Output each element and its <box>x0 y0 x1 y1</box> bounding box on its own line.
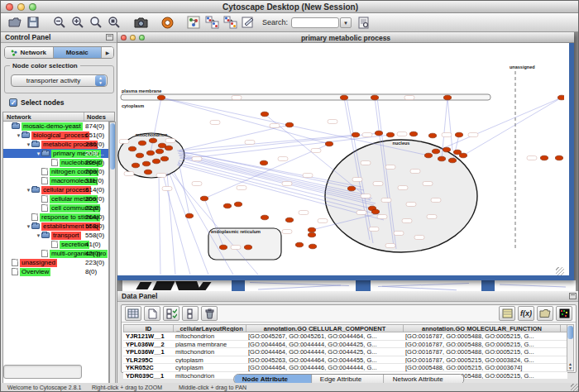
tree-expander-icon[interactable]: ▼ <box>36 233 41 238</box>
graph-node[interactable] <box>160 156 168 161</box>
tree-item-label[interactable]: mosaic-demo-yeast <box>22 122 83 131</box>
graph-node[interactable] <box>371 209 379 214</box>
graph-node[interactable] <box>295 242 303 247</box>
graph-node[interactable] <box>557 95 564 100</box>
network-view-titlebar[interactable]: primary metabolic process <box>117 32 574 43</box>
new-attribute-button[interactable] <box>144 306 160 321</box>
graph-node[interactable] <box>455 132 462 137</box>
column-header[interactable]: ID <box>124 325 174 332</box>
graph-node[interactable] <box>234 202 242 207</box>
graph-node[interactable] <box>200 196 208 201</box>
graph-node[interactable] <box>244 245 251 250</box>
select-nodes-checkbox[interactable]: ✓ <box>9 98 17 107</box>
graph-node[interactable] <box>371 95 378 100</box>
graph-node[interactable] <box>409 131 417 136</box>
graph-node[interactable] <box>428 133 436 138</box>
graph-node[interactable] <box>136 153 143 158</box>
tree-item-label[interactable]: transport <box>51 232 81 240</box>
tab-mosaic[interactable]: Mosaic <box>54 47 103 58</box>
graph-node[interactable] <box>261 112 268 117</box>
graph-node[interactable] <box>157 95 165 100</box>
float-data-panel-icon[interactable] <box>569 293 577 299</box>
graph-node[interactable] <box>386 132 394 137</box>
graph-node[interactable] <box>285 122 293 127</box>
graph-node[interactable] <box>152 159 160 164</box>
zoom-selected-button[interactable] <box>105 14 123 31</box>
matrix-export-button[interactable] <box>499 306 515 321</box>
table-scrollbar[interactable]: ▲▼ <box>567 324 574 371</box>
graph-node[interactable] <box>260 160 267 165</box>
tree-row[interactable]: ▼primary metabo209(... <box>3 149 108 158</box>
title-bar[interactable]: Cytoscape Desktop (New Session) <box>1 1 579 13</box>
tree-row[interactable]: response to stimulu264(0) <box>3 213 108 222</box>
graph-node[interactable] <box>128 146 136 151</box>
tree-scrollbar[interactable] <box>109 122 116 392</box>
graph-node[interactable] <box>347 186 355 191</box>
network-view-button[interactable] <box>184 14 203 31</box>
zoom-out-button[interactable] <box>50 14 69 31</box>
column-header[interactable]: annotation.GO MOLECULAR_FUNCTION <box>404 325 561 332</box>
help-button[interactable] <box>158 14 176 31</box>
table-row[interactable]: YJR121W__1mitochondrion[GO:0045267, GO:0… <box>123 332 567 341</box>
delete-attribute-button[interactable] <box>201 306 218 321</box>
select-attributes-button[interactable] <box>125 306 141 321</box>
background-window-border[interactable] <box>232 280 245 291</box>
heatmap-button[interactable] <box>556 306 572 321</box>
graph-node[interactable] <box>424 153 432 158</box>
graph-node[interactable] <box>158 143 165 148</box>
tree-row[interactable]: ▼cellular process614(0) <box>3 185 108 194</box>
unselect-all-attributes-button[interactable] <box>182 306 199 321</box>
background-window-fragment[interactable] <box>175 281 200 290</box>
graph-edge[interactable] <box>159 175 160 275</box>
graph-node[interactable] <box>185 213 193 218</box>
tree-row[interactable]: ▼transport558(0) <box>3 231 108 240</box>
zoom-fit-button[interactable] <box>87 14 105 31</box>
tree-expander-icon[interactable]: ▼ <box>26 188 31 193</box>
tree-row[interactable]: ▼metabolic process280(0) <box>3 140 108 149</box>
graph-node[interactable] <box>285 218 293 222</box>
tree-expander-icon[interactable]: ▼ <box>16 133 22 138</box>
tree-row[interactable]: nucleobase-c209(0) <box>3 158 108 167</box>
search-input[interactable] <box>291 17 339 28</box>
tree-row[interactable]: macromolecule311(0) <box>3 176 108 185</box>
tree-item-label[interactable]: biological_process <box>31 131 89 140</box>
graph-node[interactable] <box>149 138 156 143</box>
graph-node[interactable] <box>223 203 231 208</box>
network-view-window[interactable]: primary metabolic process plasma membran… <box>117 32 574 280</box>
graph-node[interactable] <box>309 244 316 249</box>
tree-row[interactable]: multi-organism pro42(0) <box>3 249 108 258</box>
search-config-button[interactable] <box>355 14 373 31</box>
graph-edge[interactable] <box>447 98 452 151</box>
graph-node[interactable] <box>138 141 146 146</box>
graph-node[interactable] <box>459 153 467 158</box>
graph-node[interactable] <box>432 149 439 154</box>
import-attributes-button[interactable] <box>221 14 239 31</box>
tree-item-label[interactable]: Overview <box>20 268 50 276</box>
graph-node[interactable] <box>219 245 227 250</box>
table-row[interactable]: YKR052Ccytoplasm[GO:0044464, GO:0044446,… <box>123 364 567 372</box>
tree-row[interactable]: mosaic-demo-yeast874(0) <box>3 122 108 131</box>
tree-row[interactable]: secretion41(0) <box>3 240 108 249</box>
graph-node[interactable] <box>308 227 315 232</box>
tree-item-label[interactable]: unassigned <box>20 259 57 267</box>
graph-node[interactable] <box>540 155 548 160</box>
graph-edge[interactable] <box>161 98 329 144</box>
graph-edge[interactable] <box>161 98 428 155</box>
tree-header-nodes[interactable]: Nodes <box>84 112 114 121</box>
snapshot-button[interactable] <box>132 14 150 31</box>
tree-row[interactable]: ▼biological_process651(0) <box>3 131 108 140</box>
tree-row[interactable]: nitrogen compo209(0) <box>3 167 108 176</box>
column-header[interactable]: _cellularLayoutRegion <box>174 325 246 332</box>
graph-edge[interactable] <box>170 174 208 275</box>
tabs-overflow-button[interactable]: ▶ <box>102 47 113 58</box>
tree-row[interactable]: cellular metabo209(0) <box>3 194 108 203</box>
graph-node[interactable] <box>340 95 347 100</box>
graph-node[interactable] <box>261 215 268 220</box>
import-attribute-file-button[interactable] <box>537 306 553 321</box>
frame-resize-grip[interactable] <box>556 267 564 275</box>
graph-node[interactable] <box>555 155 562 160</box>
graph-node[interactable] <box>144 170 151 174</box>
graph-edge[interactable] <box>453 135 459 160</box>
column-header[interactable]: annotation.GO CELLULAR_COMPONENT <box>246 325 404 332</box>
plasma-membrane-region[interactable] <box>121 94 490 100</box>
